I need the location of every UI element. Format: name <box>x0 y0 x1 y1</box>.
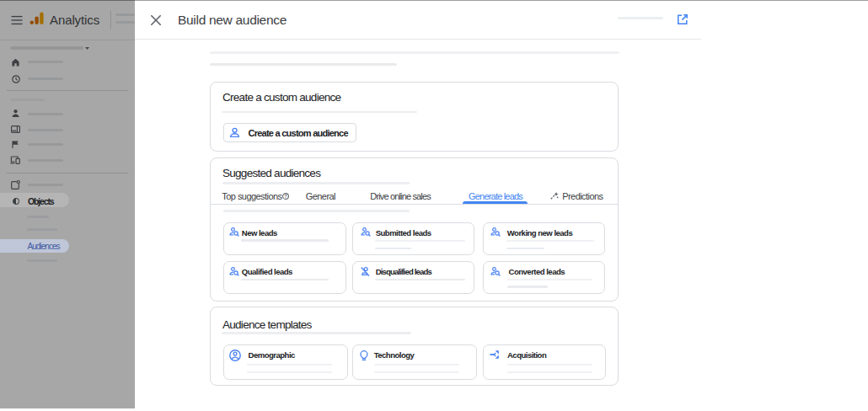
svg-text:?: ? <box>284 194 287 199</box>
